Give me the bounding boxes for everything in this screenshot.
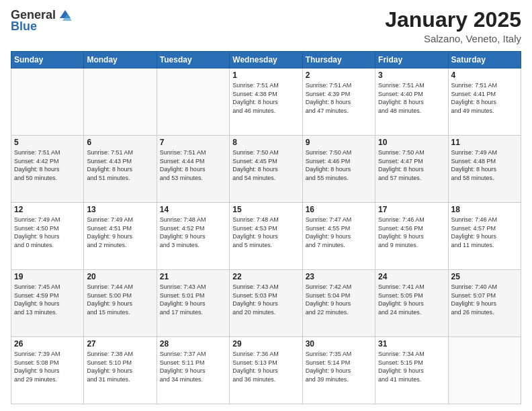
calendar-cell-w2-d5: 9Sunrise: 7:50 AM Sunset: 4:46 PM Daylig… — [302, 136, 375, 203]
day-info: Sunrise: 7:51 AM Sunset: 4:41 PM Dayligh… — [451, 81, 518, 115]
day-number: 12 — [14, 205, 81, 214]
calendar-cell-w4-d1: 19Sunrise: 7:45 AM Sunset: 4:59 PM Dayli… — [11, 270, 84, 337]
calendar-week-3: 12Sunrise: 7:49 AM Sunset: 4:50 PM Dayli… — [11, 203, 521, 270]
day-number: 7 — [160, 138, 226, 147]
day-number: 24 — [378, 272, 445, 281]
location: Salzano, Veneto, Italy — [385, 33, 521, 44]
calendar-cell-w3-d6: 17Sunrise: 7:46 AM Sunset: 4:56 PM Dayli… — [375, 203, 448, 270]
day-number: 21 — [160, 272, 226, 281]
calendar-cell-w5-d5: 30Sunrise: 7:35 AM Sunset: 5:14 PM Dayli… — [302, 337, 375, 404]
day-number: 30 — [306, 339, 372, 349]
calendar-cell-w1-d4: 1Sunrise: 7:51 AM Sunset: 4:38 PM Daylig… — [230, 68, 302, 136]
day-info: Sunrise: 7:51 AM Sunset: 4:43 PM Dayligh… — [87, 148, 153, 182]
header: General Blue January 2025 Salzano, Venet… — [11, 8, 521, 44]
day-number: 11 — [451, 138, 518, 147]
day-number: 27 — [87, 339, 153, 349]
calendar-header-row: Sunday Monday Tuesday Wednesday Thursday… — [11, 52, 521, 68]
calendar-cell-w1-d5: 2Sunrise: 7:51 AM Sunset: 4:39 PM Daylig… — [302, 68, 375, 136]
day-number: 3 — [378, 71, 445, 80]
col-sunday: Sunday — [11, 52, 84, 68]
day-info: Sunrise: 7:51 AM Sunset: 4:40 PM Dayligh… — [378, 81, 445, 115]
day-number: 19 — [14, 272, 81, 281]
day-info: Sunrise: 7:43 AM Sunset: 5:03 PM Dayligh… — [232, 283, 299, 316]
calendar-cell-w2-d1: 5Sunrise: 7:51 AM Sunset: 4:42 PM Daylig… — [11, 136, 84, 203]
day-number: 17 — [378, 205, 445, 214]
logo: General Blue — [11, 8, 72, 34]
day-number: 22 — [232, 272, 299, 281]
day-number: 5 — [14, 138, 81, 147]
day-number: 8 — [232, 138, 299, 147]
calendar-cell-w5-d6: 31Sunrise: 7:34 AM Sunset: 5:15 PM Dayli… — [375, 337, 448, 404]
calendar-cell-w5-d7 — [448, 337, 521, 404]
calendar-cell-w1-d7: 4Sunrise: 7:51 AM Sunset: 4:41 PM Daylig… — [448, 68, 521, 136]
day-info: Sunrise: 7:47 AM Sunset: 4:55 PM Dayligh… — [306, 216, 372, 249]
day-number: 13 — [87, 205, 153, 214]
day-info: Sunrise: 7:50 AM Sunset: 4:45 PM Dayligh… — [232, 148, 299, 182]
calendar-cell-w5-d4: 29Sunrise: 7:36 AM Sunset: 5:13 PM Dayli… — [230, 337, 302, 404]
col-saturday: Saturday — [448, 52, 521, 68]
day-info: Sunrise: 7:34 AM Sunset: 5:15 PM Dayligh… — [378, 350, 445, 383]
day-info: Sunrise: 7:51 AM Sunset: 4:38 PM Dayligh… — [232, 81, 299, 115]
day-info: Sunrise: 7:48 AM Sunset: 4:52 PM Dayligh… — [160, 216, 226, 249]
day-info: Sunrise: 7:51 AM Sunset: 4:42 PM Dayligh… — [14, 148, 81, 182]
calendar-cell-w5-d2: 27Sunrise: 7:38 AM Sunset: 5:10 PM Dayli… — [84, 337, 157, 404]
day-number: 16 — [306, 205, 372, 214]
day-number: 6 — [87, 138, 153, 147]
col-wednesday: Wednesday — [230, 52, 302, 68]
day-number: 15 — [232, 205, 299, 214]
col-friday: Friday — [375, 52, 448, 68]
day-info: Sunrise: 7:41 AM Sunset: 5:05 PM Dayligh… — [378, 283, 445, 316]
calendar-week-2: 5Sunrise: 7:51 AM Sunset: 4:42 PM Daylig… — [11, 136, 521, 203]
day-number: 28 — [160, 339, 226, 349]
day-number: 1 — [232, 71, 299, 80]
day-number: 29 — [232, 339, 299, 349]
day-info: Sunrise: 7:44 AM Sunset: 5:00 PM Dayligh… — [87, 283, 153, 316]
calendar-cell-w3-d4: 15Sunrise: 7:48 AM Sunset: 4:53 PM Dayli… — [230, 203, 302, 270]
calendar-cell-w3-d7: 18Sunrise: 7:46 AM Sunset: 4:57 PM Dayli… — [448, 203, 521, 270]
calendar-cell-w4-d4: 22Sunrise: 7:43 AM Sunset: 5:03 PM Dayli… — [230, 270, 302, 337]
logo-icon — [58, 9, 72, 22]
day-info: Sunrise: 7:43 AM Sunset: 5:01 PM Dayligh… — [160, 283, 226, 316]
day-info: Sunrise: 7:46 AM Sunset: 4:56 PM Dayligh… — [378, 216, 445, 249]
day-number: 14 — [160, 205, 226, 214]
day-info: Sunrise: 7:49 AM Sunset: 4:51 PM Dayligh… — [87, 216, 153, 249]
day-info: Sunrise: 7:38 AM Sunset: 5:10 PM Dayligh… — [87, 350, 153, 383]
day-info: Sunrise: 7:49 AM Sunset: 4:50 PM Dayligh… — [14, 216, 81, 249]
calendar-cell-w2-d3: 7Sunrise: 7:51 AM Sunset: 4:44 PM Daylig… — [157, 136, 229, 203]
calendar-cell-w1-d2 — [84, 68, 157, 136]
day-number: 4 — [451, 71, 518, 80]
day-info: Sunrise: 7:42 AM Sunset: 5:04 PM Dayligh… — [306, 283, 372, 316]
calendar-week-1: 1Sunrise: 7:51 AM Sunset: 4:38 PM Daylig… — [11, 68, 521, 136]
col-tuesday: Tuesday — [157, 52, 229, 68]
day-info: Sunrise: 7:35 AM Sunset: 5:14 PM Dayligh… — [306, 350, 372, 383]
day-number: 9 — [306, 138, 372, 147]
calendar-cell-w4-d3: 21Sunrise: 7:43 AM Sunset: 5:01 PM Dayli… — [157, 270, 229, 337]
day-info: Sunrise: 7:51 AM Sunset: 4:39 PM Dayligh… — [306, 81, 372, 115]
calendar-cell-w1-d1 — [11, 68, 84, 136]
calendar-cell-w4-d7: 25Sunrise: 7:40 AM Sunset: 5:07 PM Dayli… — [448, 270, 521, 337]
day-info: Sunrise: 7:50 AM Sunset: 4:47 PM Dayligh… — [378, 148, 445, 182]
calendar-cell-w5-d3: 28Sunrise: 7:37 AM Sunset: 5:11 PM Dayli… — [157, 337, 229, 404]
calendar-cell-w3-d2: 13Sunrise: 7:49 AM Sunset: 4:51 PM Dayli… — [84, 203, 157, 270]
day-info: Sunrise: 7:36 AM Sunset: 5:13 PM Dayligh… — [232, 350, 299, 383]
calendar-cell-w2-d7: 11Sunrise: 7:49 AM Sunset: 4:48 PM Dayli… — [448, 136, 521, 203]
calendar-cell-w1-d6: 3Sunrise: 7:51 AM Sunset: 4:40 PM Daylig… — [375, 68, 448, 136]
calendar-cell-w3-d1: 12Sunrise: 7:49 AM Sunset: 4:50 PM Dayli… — [11, 203, 84, 270]
calendar-cell-w2-d2: 6Sunrise: 7:51 AM Sunset: 4:43 PM Daylig… — [84, 136, 157, 203]
calendar-cell-w4-d6: 24Sunrise: 7:41 AM Sunset: 5:05 PM Dayli… — [375, 270, 448, 337]
day-info: Sunrise: 7:45 AM Sunset: 4:59 PM Dayligh… — [14, 283, 81, 316]
day-info: Sunrise: 7:51 AM Sunset: 4:44 PM Dayligh… — [160, 148, 226, 182]
page: General Blue January 2025 Salzano, Venet… — [0, 0, 532, 411]
calendar-cell-w5-d1: 26Sunrise: 7:39 AM Sunset: 5:08 PM Dayli… — [11, 337, 84, 404]
month-title: January 2025 — [385, 8, 521, 32]
day-info: Sunrise: 7:37 AM Sunset: 5:11 PM Dayligh… — [160, 350, 226, 383]
calendar-cell-w1-d3 — [157, 68, 229, 136]
logo-blue-text: Blue — [11, 19, 37, 34]
day-number: 18 — [451, 205, 518, 214]
day-info: Sunrise: 7:40 AM Sunset: 5:07 PM Dayligh… — [451, 283, 518, 316]
day-number: 23 — [306, 272, 372, 281]
calendar-table: Sunday Monday Tuesday Wednesday Thursday… — [11, 51, 521, 404]
day-number: 10 — [378, 138, 445, 147]
calendar-cell-w3-d5: 16Sunrise: 7:47 AM Sunset: 4:55 PM Dayli… — [302, 203, 375, 270]
calendar-week-5: 26Sunrise: 7:39 AM Sunset: 5:08 PM Dayli… — [11, 337, 521, 404]
